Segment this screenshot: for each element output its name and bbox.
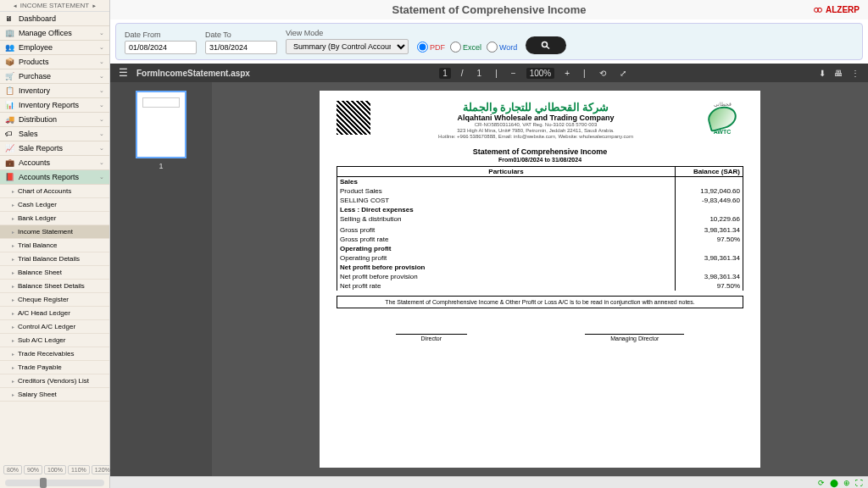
page-title: Statement of Comprehensive Income ALZERP — [110, 0, 868, 19]
nav-item-dashboard[interactable]: 🖥Dashboard — [0, 12, 109, 26]
nav-icon: 👥 — [5, 43, 15, 52]
sub-item-control-a-c-ledger[interactable]: Control A/C Ledger — [0, 320, 109, 334]
filter-bar: Date From Date To View Mode Summary (By … — [115, 23, 863, 60]
sub-item-trade-receivables[interactable]: Trade Receivables — [0, 347, 109, 361]
sub-item-creditors-vendors-list[interactable]: Creditors (Vendors) List — [0, 374, 109, 388]
zoom-slider[interactable] — [5, 480, 104, 486]
date-from-input[interactable] — [125, 41, 197, 54]
report-row: Net profit before provision3,98,361.34 — [337, 272, 743, 281]
zoom-in-button[interactable]: + — [561, 68, 573, 79]
sub-item-trade-payable[interactable]: Trade Payable — [0, 361, 109, 374]
search-button[interactable] — [526, 36, 566, 54]
chevron-icon: ⌄ — [99, 159, 104, 166]
sub-item-bank-ledger[interactable]: Bank Ledger — [0, 212, 109, 225]
nav-item-manage-offices[interactable]: 🏢Manage Offices⌄ — [0, 26, 109, 41]
page-current[interactable]: 1 — [439, 68, 451, 79]
sync-icon[interactable]: ⟳ — [818, 479, 825, 487]
thumbnail-number: 1 — [119, 162, 203, 170]
report-period: From01/08/2024 to 31/08/2024 — [337, 157, 743, 163]
row-value: 3,98,361.34 — [676, 225, 743, 235]
report-row: Gross profit rate97.50% — [337, 235, 743, 244]
row-value: 3,98,361.34 — [676, 253, 743, 263]
wifi-icon[interactable]: ⊕ — [843, 479, 850, 487]
sub-item-balance-sheet[interactable]: Balance Sheet — [0, 266, 109, 280]
nav-item-accounts-reports[interactable]: 📕Accounts Reports⌄ — [0, 170, 109, 185]
nav-icon: 🏷 — [5, 130, 15, 138]
sub-item-cash-ledger[interactable]: Cash Ledger — [0, 198, 109, 212]
sub-item-balance-sheet-details[interactable]: Balance Sheet Details — [0, 280, 109, 293]
report-row: Operating profit — [337, 244, 743, 253]
nav-label: Manage Offices — [19, 29, 72, 37]
nav-item-employee[interactable]: 👥Employee⌄ — [0, 41, 109, 55]
page-viewport[interactable]: شركة القحطاني للتجارة والجملة Alqahtani … — [212, 82, 868, 476]
print-icon[interactable]: 🖶 — [834, 69, 843, 78]
hamburger-icon[interactable]: ☰ — [119, 67, 128, 79]
report-row: Net profit rate97.50% — [337, 281, 743, 291]
sub-item-a-c-head-ledger[interactable]: A/C Head Ledger — [0, 307, 109, 320]
sub-item-trial-balance[interactable]: Trial Balance — [0, 239, 109, 252]
sidebar: INCOME STATEMENT 🖥Dashboard🏢Manage Offic… — [0, 0, 110, 488]
company-address: 323 High Al Mina, Unit# 7980, Petromin, … — [379, 128, 693, 134]
zoom-preset[interactable]: 80% — [3, 465, 22, 474]
zoom-preset[interactable]: 100% — [44, 465, 66, 474]
format-radio-pdf[interactable]: PDF — [417, 42, 445, 53]
page-thumbnail[interactable] — [136, 91, 186, 158]
nav-icon: 🚚 — [5, 115, 15, 124]
row-value — [676, 176, 743, 186]
sub-item-income-statement[interactable]: Income Statement — [0, 225, 109, 239]
report-row: Sales — [337, 176, 743, 186]
nav-label: Employee — [19, 43, 53, 52]
nav-label: Accounts — [19, 158, 50, 167]
radio-input[interactable] — [450, 42, 461, 53]
row-label: Selling & distribution — [337, 214, 676, 224]
nav-item-inventory[interactable]: 📋Inventory⌄ — [0, 84, 109, 98]
nav-item-purchase[interactable]: 🛒Purchase⌄ — [0, 69, 109, 84]
report-row: Selling & distribution10,229.66 — [337, 214, 743, 224]
report-row: Gross profit3,98,361.34 — [337, 225, 743, 235]
zoom-preset[interactable]: 110% — [68, 465, 90, 474]
radio-input[interactable] — [487, 42, 498, 53]
report-row: Product Sales13,92,040.60 — [337, 186, 743, 196]
company-logo: قحطاني AWTC — [701, 101, 743, 135]
pdf-toolbar: ☰ FormIncomeStatement.aspx 1 / 1 | − 100… — [110, 64, 868, 82]
expand-icon[interactable]: ⛶ — [855, 479, 863, 487]
nav-item-sale-reports[interactable]: 📈Sale Reports⌄ — [0, 141, 109, 156]
nav-item-inventory-reports[interactable]: 📊Inventory Reports⌄ — [0, 98, 109, 113]
row-label: Gross profit — [337, 225, 676, 235]
divider: | — [580, 68, 589, 79]
zoom-preset[interactable]: 90% — [24, 465, 42, 474]
nav-item-accounts[interactable]: 💼Accounts⌄ — [0, 156, 109, 170]
format-radio-word[interactable]: Word — [487, 42, 517, 53]
row-value — [676, 263, 743, 272]
fit-icon[interactable]: ⤢ — [616, 68, 630, 79]
sub-item-trial-balance-details[interactable]: Trial Balance Details — [0, 252, 109, 266]
nav-icon: 🏢 — [5, 29, 15, 37]
nav-icon: 📊 — [5, 101, 15, 109]
view-mode-select[interactable]: Summary (By Control Account) — [286, 39, 409, 54]
sub-item-chart-of-accounts[interactable]: Chart of Accounts — [0, 185, 109, 198]
main-content: Statement of Comprehensive Income ALZERP… — [110, 0, 868, 488]
check-icon[interactable]: ⬤ — [830, 479, 838, 487]
row-label: Product Sales — [337, 186, 676, 196]
brand-logo: ALZERP — [814, 4, 860, 14]
nav-item-products[interactable]: 📦Products⌄ — [0, 55, 109, 69]
chevron-icon: ⌄ — [99, 174, 104, 180]
row-value: 97.50% — [676, 281, 743, 291]
date-to-input[interactable] — [205, 41, 277, 54]
report-table: Particulars Balance (SAR) SalesProduct S… — [337, 166, 743, 291]
more-icon[interactable]: ⋮ — [851, 69, 860, 78]
nav-icon: 💼 — [5, 158, 15, 167]
sub-item-sub-a-c-ledger[interactable]: Sub A/C Ledger — [0, 334, 109, 347]
rotate-icon[interactable]: ⟲ — [596, 68, 609, 79]
radio-input[interactable] — [417, 42, 428, 53]
format-radio-excel[interactable]: Excel — [450, 42, 481, 53]
sub-item-salary-sheet[interactable]: Salary Sheet — [0, 388, 109, 402]
row-label: Operating profit — [337, 244, 676, 253]
zoom-level[interactable]: 100% — [526, 68, 555, 79]
zoom-out-button[interactable]: − — [508, 68, 520, 79]
download-icon[interactable]: ⬇ — [819, 69, 826, 78]
nav-label: Sales — [19, 130, 38, 138]
sub-item-cheque-register[interactable]: Cheque Register — [0, 293, 109, 307]
nav-item-sales[interactable]: 🏷Sales⌄ — [0, 127, 109, 141]
nav-item-distribution[interactable]: 🚚Distribution⌄ — [0, 113, 109, 127]
